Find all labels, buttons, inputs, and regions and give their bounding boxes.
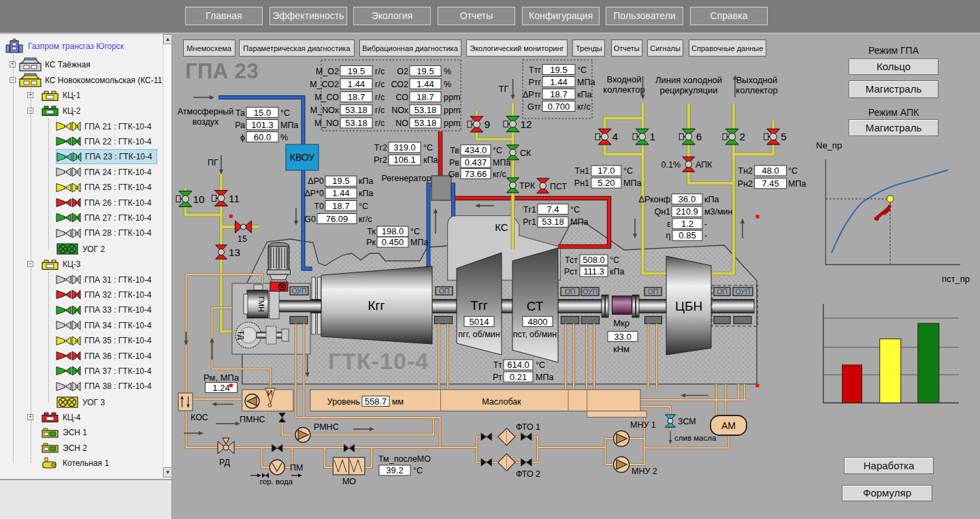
svg-text:ПМНС: ПМНС xyxy=(240,415,265,424)
svg-text:33.0: 33.0 xyxy=(614,332,631,342)
svg-text:ФТО 2: ФТО 2 xyxy=(516,469,540,479)
svg-text:G0: G0 xyxy=(304,215,316,224)
svg-text:106.1: 106.1 xyxy=(393,155,416,165)
svg-text:19.5: 19.5 xyxy=(348,66,365,76)
svg-text:%: % xyxy=(280,133,288,142)
svg-text:г/с: г/с xyxy=(375,93,385,102)
svg-text:Рг1: Рг1 xyxy=(523,217,536,227)
svg-text:°С: °С xyxy=(610,255,619,265)
svg-text:ΔР0: ΔР0 xyxy=(308,176,324,186)
svg-text:кПа: кПа xyxy=(359,176,373,186)
svg-text:кПа: кПа xyxy=(610,267,624,277)
svg-text:ОП: ОП xyxy=(439,287,450,295)
svg-text:М_О2: М_О2 xyxy=(316,67,339,76)
svg-text:39.2: 39.2 xyxy=(386,465,403,475)
svg-text:ОУП: ОУП xyxy=(735,287,750,296)
svg-text:МНУ 2: МНУ 2 xyxy=(632,467,657,476)
svg-text:12: 12 xyxy=(521,119,532,130)
svg-text:Ттг: Ттг xyxy=(529,65,541,75)
svg-text:Регенератор: Регенератор xyxy=(382,174,431,183)
svg-text:кПа: кПа xyxy=(704,195,719,204)
svg-text:СТ: СТ xyxy=(527,299,544,313)
svg-text:кНм: кНм xyxy=(613,344,630,354)
svg-text:0.85: 0.85 xyxy=(679,230,696,240)
svg-text:МПа: МПа xyxy=(280,121,298,130)
svg-text:АПК: АПК xyxy=(696,160,713,170)
svg-text:коллектор: коллектор xyxy=(603,84,644,95)
svg-text:6: 6 xyxy=(696,131,702,142)
svg-text:ОП: ОП xyxy=(717,287,728,296)
svg-text:73.66: 73.66 xyxy=(465,169,487,179)
svg-text:МПа: МПа xyxy=(577,78,595,87)
svg-text:ppm: ppm xyxy=(444,93,460,102)
svg-text:пст_пр: пст_пр xyxy=(942,274,970,284)
svg-text:КОС: КОС xyxy=(191,413,208,422)
svg-text:СО: СО xyxy=(396,93,409,102)
svg-text:Тк: Тк xyxy=(367,227,376,236)
svg-text:319.0: 319.0 xyxy=(393,142,416,153)
svg-text:48.0: 48.0 xyxy=(762,166,779,176)
svg-text:-: - xyxy=(704,231,707,240)
svg-text:Рк: Рк xyxy=(366,238,376,247)
svg-text:ОП: ОП xyxy=(565,287,576,296)
svg-text:19.5: 19.5 xyxy=(416,66,434,76)
svg-text:1.44: 1.44 xyxy=(348,79,365,89)
svg-text:АМ: АМ xyxy=(721,420,736,431)
svg-text:Qн1: Qн1 xyxy=(654,207,670,217)
svg-text:Рн2: Рн2 xyxy=(738,179,753,189)
svg-text:Тг2: Тг2 xyxy=(374,143,387,153)
svg-text:NОх: NОх xyxy=(391,106,409,115)
svg-text:О2: О2 xyxy=(397,67,408,76)
svg-text:Тт: Тт xyxy=(493,360,503,370)
svg-text:Рг2: Рг2 xyxy=(374,155,387,165)
svg-text:5.20: 5.20 xyxy=(598,178,615,188)
svg-text:МПа: МПа xyxy=(493,158,510,168)
svg-text:18.7: 18.7 xyxy=(416,92,434,102)
svg-text:пгг, об/мин: пгг, об/мин xyxy=(458,330,500,339)
svg-text:кПа: кПа xyxy=(359,189,373,198)
svg-text:Тв: Тв xyxy=(450,146,459,155)
svg-text:Входной: Входной xyxy=(606,74,641,84)
svg-text:пст, об/мин: пст, об/мин xyxy=(513,330,557,339)
svg-text:9: 9 xyxy=(484,119,490,130)
svg-text:53.18: 53.18 xyxy=(542,217,564,227)
svg-text:М_СО2: М_СО2 xyxy=(310,80,339,89)
svg-text:0.700: 0.700 xyxy=(548,101,570,112)
svg-text:гор. вода: гор. вода xyxy=(260,477,293,486)
svg-text:Рст: Рст xyxy=(564,267,578,277)
svg-text:1.2: 1.2 xyxy=(681,219,693,229)
svg-text:Ne_пр: Ne_пр xyxy=(816,140,842,151)
svg-text:Уровень: Уровень xyxy=(327,397,360,407)
svg-text:мм: мм xyxy=(392,397,404,407)
svg-text:°С: °С xyxy=(493,146,502,155)
svg-text:101.3: 101.3 xyxy=(251,120,274,130)
svg-text:Gв: Gв xyxy=(448,170,460,179)
svg-text:°С: °С xyxy=(570,205,580,215)
svg-text:рециркуляции: рециркуляции xyxy=(659,85,717,95)
svg-text:4800: 4800 xyxy=(528,317,548,327)
svg-text:13: 13 xyxy=(229,247,240,258)
svg-text:СО2: СО2 xyxy=(391,80,408,89)
svg-text:ПМ: ПМ xyxy=(290,463,303,473)
svg-text:кг/с: кг/с xyxy=(359,215,372,224)
svg-text:Маслобак: Маслобак xyxy=(482,397,521,407)
svg-text:кг/с: кг/с xyxy=(577,102,591,112)
svg-text:ОП: ОП xyxy=(648,287,659,296)
svg-text:°С: °С xyxy=(423,143,433,153)
svg-text:1.24: 1.24 xyxy=(212,383,229,393)
svg-text:ppm: ppm xyxy=(444,119,460,128)
svg-text:ПГ: ПГ xyxy=(208,158,218,168)
svg-text:0.437: 0.437 xyxy=(465,157,487,168)
svg-text:Та: Та xyxy=(235,108,245,118)
svg-text:ЦБН: ЦБН xyxy=(675,299,702,313)
svg-text:М_СО: М_СО xyxy=(314,93,339,102)
svg-text:°С: °С xyxy=(623,166,633,176)
svg-text:°С: °С xyxy=(410,227,420,236)
svg-text:558.7: 558.7 xyxy=(365,396,387,407)
svg-text:ΔРтг: ΔРтг xyxy=(523,90,541,99)
svg-text:°С: °С xyxy=(413,466,423,475)
svg-text:°С: °С xyxy=(788,166,798,176)
svg-text:МПа: МПа xyxy=(570,217,588,227)
svg-text:РМНС: РМНС xyxy=(314,422,339,432)
svg-text:М_NО: М_NО xyxy=(314,119,339,128)
